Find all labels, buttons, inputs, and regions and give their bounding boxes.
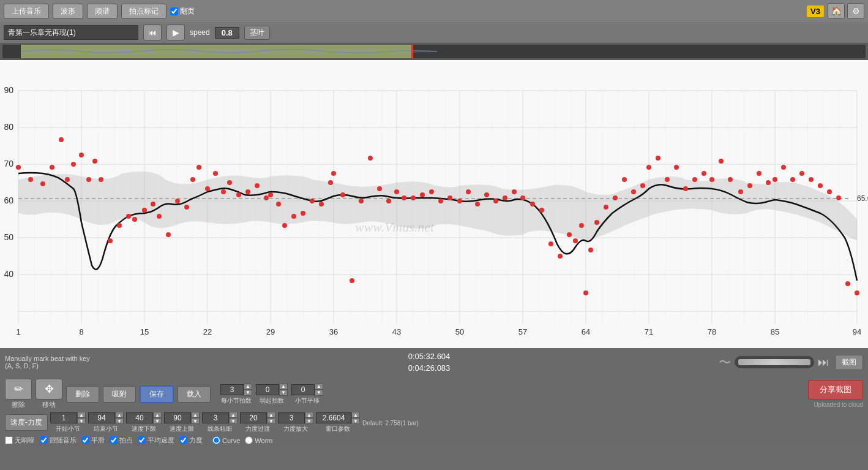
- end-bar-spinner[interactable]: ▲ ▼: [88, 412, 124, 424]
- svg-point-117: [282, 223, 287, 228]
- waveform-mini-bar[interactable]: [735, 356, 814, 368]
- bar-size-up[interactable]: ▲: [229, 412, 238, 418]
- prev-button[interactable]: ⏮: [143, 25, 162, 40]
- end-bar-group: ▲ ▼ 结束小节: [88, 412, 124, 433]
- speed-upper-input[interactable]: [164, 412, 191, 423]
- force-checkbox[interactable]: [179, 436, 187, 444]
- page-turn-checkbox[interactable]: [170, 7, 178, 15]
- window-param-down[interactable]: ▼: [351, 418, 360, 424]
- page-turn-checkbox-label[interactable]: 翻页: [170, 6, 195, 17]
- speed-lower-group: ▲ ▼ 速度下限: [126, 412, 162, 433]
- bar-size-spinner[interactable]: ▲ ▼: [202, 412, 238, 424]
- waveform-button[interactable]: 波形: [53, 4, 83, 19]
- svg-point-125: [350, 278, 354, 283]
- view-screenshot-button[interactable]: 截图: [835, 355, 863, 370]
- per-bar-beats-down[interactable]: ▼: [244, 390, 252, 396]
- avg-speed-checkbox-label[interactable]: 平均速度: [138, 436, 174, 445]
- dynamics-magnify-up[interactable]: ▲: [305, 412, 313, 418]
- avg-speed-label: 平均速度: [148, 436, 174, 445]
- start-bar-spinner[interactable]: ▲ ▼: [50, 412, 86, 424]
- force-checkbox-label[interactable]: 力度: [179, 436, 203, 445]
- bar-size-input[interactable]: [202, 412, 229, 423]
- bar-transpose-spinner[interactable]: ▲ ▼: [291, 384, 323, 396]
- set-button[interactable]: 茎叶: [244, 26, 270, 40]
- per-bar-beats-input[interactable]: [220, 384, 244, 395]
- chart-area: 90 80 70 60 50 40: [0, 60, 868, 348]
- upload-music-button[interactable]: 上传音乐: [4, 4, 49, 19]
- follow-audio-checkbox-label[interactable]: 跟随音乐: [40, 436, 77, 445]
- beat-marker-button[interactable]: 拍点标记: [121, 4, 166, 19]
- start-bar-group: ▲ ▼ 开始小节: [50, 412, 86, 433]
- speed-input[interactable]: [215, 27, 239, 39]
- speed-transition-down[interactable]: ▼: [267, 418, 275, 424]
- erase-group: ✏ 擦除: [5, 379, 32, 409]
- beat-point-checkbox-label[interactable]: 拍点: [110, 436, 133, 445]
- time1: 0:05:32.604: [146, 351, 713, 363]
- smooth-checkbox[interactable]: [81, 436, 89, 444]
- radio-group: Curve Worm: [212, 436, 272, 444]
- svg-point-101: [157, 214, 162, 219]
- curve-radio[interactable]: [212, 436, 220, 444]
- home-icon[interactable]: 🏠: [828, 3, 845, 19]
- end-bar-input[interactable]: [88, 412, 115, 423]
- bar-transpose-up[interactable]: ▲: [315, 384, 323, 390]
- start-bar-input[interactable]: [50, 412, 77, 423]
- window-param-spinner[interactable]: ▲ ▼: [316, 412, 360, 424]
- svg-point-99: [142, 208, 147, 213]
- per-bar-beats-spinner[interactable]: ▲ ▼: [220, 384, 252, 396]
- per-bar-beats-up[interactable]: ▲: [244, 384, 252, 390]
- speed-transition-up[interactable]: ▲: [267, 412, 275, 418]
- song-name-input[interactable]: [4, 25, 138, 40]
- speed-transition-spinner[interactable]: ▲ ▼: [240, 412, 275, 424]
- delete-button[interactable]: 删除: [66, 386, 99, 403]
- dynamics-magnify-input[interactable]: [278, 412, 305, 423]
- worm-radio[interactable]: [245, 436, 253, 444]
- spectrum-button[interactable]: 频谱: [87, 4, 118, 19]
- erase-button[interactable]: ✏: [5, 379, 32, 400]
- speed-upper-spinner[interactable]: ▲ ▼: [164, 412, 200, 424]
- share-screenshot-button[interactable]: 分享截图: [808, 380, 863, 400]
- svg-point-104: [184, 205, 189, 210]
- adsorb-button[interactable]: 吸附: [103, 386, 136, 403]
- play-button[interactable]: ▶: [166, 25, 185, 40]
- move-button[interactable]: ✥: [36, 379, 62, 400]
- smooth-checkbox-label[interactable]: 平滑: [81, 436, 105, 445]
- speed-lower-up[interactable]: ▲: [153, 412, 162, 418]
- settings-icon[interactable]: ⚙: [847, 3, 864, 19]
- no-silence-checkbox-label[interactable]: 无哨噪: [5, 436, 35, 445]
- beat-point-checkbox[interactable]: [110, 436, 118, 444]
- window-param-input[interactable]: [316, 412, 351, 423]
- trigger-beats-up[interactable]: ▲: [279, 384, 288, 390]
- trigger-beats-input[interactable]: [256, 384, 279, 395]
- dynamics-magnify-spinner[interactable]: ▲ ▼: [278, 412, 313, 424]
- speed-lower-input[interactable]: [126, 412, 153, 423]
- worm-radio-label[interactable]: Worm: [245, 436, 272, 444]
- import-button[interactable]: 载入: [178, 386, 211, 403]
- trigger-beats-spinner[interactable]: ▲ ▼: [256, 384, 288, 396]
- window-param-up[interactable]: ▲: [351, 412, 360, 418]
- speed-dynamics-button[interactable]: 速度-力度: [5, 414, 48, 431]
- speed-lower-down[interactable]: ▼: [153, 418, 162, 424]
- dynamics-magnify-down[interactable]: ▼: [305, 418, 313, 424]
- waveform-track[interactable]: [2, 45, 866, 58]
- speed-lower-spinner[interactable]: ▲ ▼: [126, 412, 162, 424]
- start-bar-down[interactable]: ▼: [77, 418, 86, 424]
- bar-transpose-down[interactable]: ▼: [315, 390, 323, 396]
- bar-transpose-input[interactable]: [291, 384, 315, 395]
- speed-upper-down[interactable]: ▼: [191, 418, 200, 424]
- speed-transition-input[interactable]: [240, 412, 267, 423]
- svg-text:8: 8: [79, 327, 83, 336]
- avg-speed-checkbox[interactable]: [138, 436, 146, 444]
- curve-radio-label[interactable]: Curve: [212, 436, 240, 444]
- svg-text:www.Vmus.net: www.Vmus.net: [355, 219, 435, 235]
- follow-audio-checkbox[interactable]: [40, 436, 48, 444]
- curve-label: Curve: [222, 437, 240, 444]
- trigger-beats-down[interactable]: ▼: [279, 390, 288, 396]
- start-bar-up[interactable]: ▲: [77, 412, 86, 418]
- save-button[interactable]: 保存: [140, 385, 174, 403]
- bar-size-down[interactable]: ▼: [229, 418, 238, 424]
- end-bar-down[interactable]: ▼: [115, 418, 124, 424]
- no-silence-checkbox[interactable]: [5, 436, 13, 444]
- end-bar-up[interactable]: ▲: [115, 412, 124, 418]
- speed-upper-up[interactable]: ▲: [191, 412, 200, 418]
